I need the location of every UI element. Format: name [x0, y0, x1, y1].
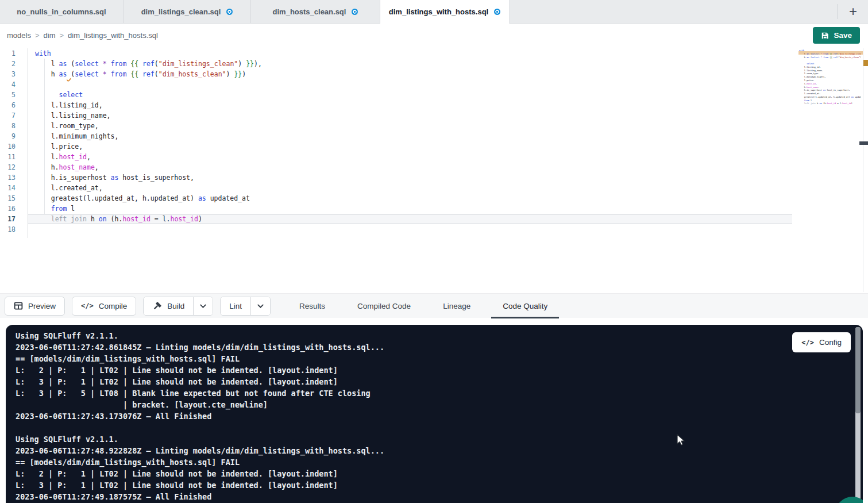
code-token: ,: [95, 163, 99, 171]
code-token: {{: [130, 70, 138, 78]
code-token: h: [35, 70, 59, 78]
lint-dropdown-button[interactable]: [250, 297, 270, 315]
code-line-4[interactable]: [28, 79, 868, 90]
file-tab-dim_listings_clean.sql[interactable]: dim_listings_clean.sql: [124, 0, 251, 23]
code-token: (: [67, 60, 75, 68]
line-number[interactable]: 17: [0, 214, 27, 224]
build-button[interactable]: Build: [144, 297, 193, 315]
unsaved-changes-dot-icon: [494, 9, 500, 15]
lint-button[interactable]: Lint: [221, 297, 250, 315]
compile-button[interactable]: </> Compile: [72, 297, 136, 316]
minimap-token: ref: [834, 52, 838, 55]
file-tab-bar: no_nulls_in_columns.sqldim_listings_clea…: [0, 0, 868, 24]
line-number[interactable]: 14: [0, 183, 27, 193]
file-tab-no_nulls_in_columns.sql[interactable]: no_nulls_in_columns.sql: [0, 0, 124, 23]
line-number[interactable]: 16: [0, 203, 27, 214]
line-number[interactable]: 9: [0, 131, 27, 141]
breadcrumb-separator-icon: >: [35, 31, 40, 40]
minimap-token: updated_at: [854, 95, 861, 98]
preview-button[interactable]: Preview: [5, 297, 65, 316]
minimap-token: [799, 99, 804, 101]
minimap-token: host_is_superhost,: [826, 89, 850, 91]
line-number[interactable]: 10: [0, 141, 27, 152]
line-number[interactable]: 11: [0, 152, 27, 162]
code-token: host_id: [170, 215, 198, 223]
line-number[interactable]: 1: [0, 48, 27, 59]
line-number[interactable]: 5: [0, 90, 27, 100]
terminal-scrollbar-thumb[interactable]: [855, 327, 861, 413]
build-dropdown-button[interactable]: [193, 297, 213, 315]
code-line-17[interactable]: left join h on (h.host_id = l.host_id): [28, 214, 792, 224]
code-token: ): [242, 70, 246, 78]
code-token: h.is_superhost: [35, 174, 111, 182]
code-token: "dim_hosts_clean": [159, 70, 226, 78]
line-number[interactable]: 4: [0, 79, 27, 90]
file-tab-dim_listings_with_hosts.sql[interactable]: dim_listings_with_hosts.sql: [380, 0, 510, 24]
code-token: l.room_type,: [35, 122, 99, 130]
code-line-11[interactable]: l.host_id,: [28, 152, 868, 162]
minimap-token: h.is_superhost: [799, 89, 823, 91]
code-line-12[interactable]: h.host_name,: [28, 162, 868, 172]
line-number[interactable]: 8: [0, 121, 27, 131]
code-line-6[interactable]: l.listing_id,: [28, 100, 868, 110]
code-token: l.minimum_nights,: [35, 132, 118, 140]
code-token: updated_at: [206, 194, 250, 202]
code-line-16[interactable]: from l: [28, 203, 868, 214]
code-editor[interactable]: 123456789101112131415161718 with l as (s…: [0, 47, 868, 293]
line-number-gutter[interactable]: 123456789101112131415161718: [0, 48, 28, 238]
breadcrumb-item-models[interactable]: models: [7, 31, 31, 40]
code-token: from: [111, 70, 127, 78]
code-token: from: [51, 205, 67, 213]
minimap-line: h as (select * from {{ ref("dim_hosts_cl…: [799, 56, 860, 59]
terminal-scrollbar[interactable]: [855, 327, 861, 503]
code-line-1[interactable]: with: [28, 48, 868, 59]
code-line-7[interactable]: l.listing_name,: [28, 110, 868, 121]
new-tab-button[interactable]: +: [838, 0, 868, 23]
code-token: }}: [234, 70, 242, 78]
code-line-18[interactable]: [28, 224, 868, 235]
panel-tab-Compiled Code[interactable]: Compiled Code: [352, 294, 416, 318]
panel-tab-Lineage[interactable]: Lineage: [437, 294, 476, 318]
minimap-token: = l.: [836, 102, 842, 105]
help-fab-button[interactable]: [835, 497, 863, 503]
save-button[interactable]: Save: [813, 27, 860, 44]
line-number[interactable]: 15: [0, 193, 27, 203]
preview-table-icon: [14, 301, 23, 310]
minimap-token: ,: [818, 86, 819, 88]
code-line-5[interactable]: select: [28, 90, 868, 100]
line-number[interactable]: 18: [0, 224, 27, 235]
code-token: l: [35, 60, 59, 68]
code-token: [35, 91, 59, 99]
panel-tab-Results[interactable]: Results: [294, 294, 331, 318]
code-line-8[interactable]: l.room_type,: [28, 121, 868, 131]
line-number[interactable]: 13: [0, 172, 27, 183]
code-line-10[interactable]: l.price,: [28, 141, 868, 152]
panel-tab-Code Quality[interactable]: Code Quality: [497, 294, 553, 318]
minimap-token: l.price,: [799, 79, 815, 81]
breadcrumb-item-dim[interactable]: dim: [44, 31, 56, 40]
code-token: as: [111, 174, 119, 182]
minimap[interactable]: with l as (select * from {{ ref("dim_lis…: [799, 49, 861, 118]
code-line-13[interactable]: h.is_superhost as host_is_superhost,: [28, 172, 868, 183]
chevron-down-icon: [256, 302, 265, 310]
code-line-3[interactable]: h as (select * from {{ ref("dim_hosts_cl…: [28, 69, 868, 79]
code-line-14[interactable]: l.created_at,: [28, 183, 868, 193]
line-number[interactable]: 2: [0, 59, 27, 69]
code-line-9[interactable]: l.minimum_nights,: [28, 131, 868, 141]
code-token: [107, 60, 111, 68]
line-number[interactable]: 3: [0, 69, 27, 79]
file-tab-dim_hosts_clean.sql[interactable]: dim_hosts_clean.sql: [251, 0, 380, 23]
lint-split-button: Lint: [220, 297, 271, 316]
code-line-2[interactable]: l as (select * from {{ ref("dim_listings…: [28, 59, 868, 69]
file-tab-label: dim_listings_with_hosts.sql: [389, 7, 488, 16]
minimap-token: [799, 102, 804, 105]
minimap-token: h: [799, 56, 807, 58]
file-tab-label: dim_hosts_clean.sql: [273, 7, 346, 16]
breadcrumb-item-dim_listings_with_hosts.sql[interactable]: dim_listings_with_hosts.sql: [68, 31, 158, 40]
code-line-15[interactable]: greatest(l.updated_at, h.updated_at) as …: [28, 193, 868, 203]
config-button[interactable]: </> Config: [792, 332, 851, 352]
line-number[interactable]: 12: [0, 162, 27, 172]
line-number[interactable]: 7: [0, 110, 27, 121]
line-number[interactable]: 6: [0, 100, 27, 110]
code-content[interactable]: with l as (select * from {{ ref("dim_lis…: [28, 48, 868, 235]
